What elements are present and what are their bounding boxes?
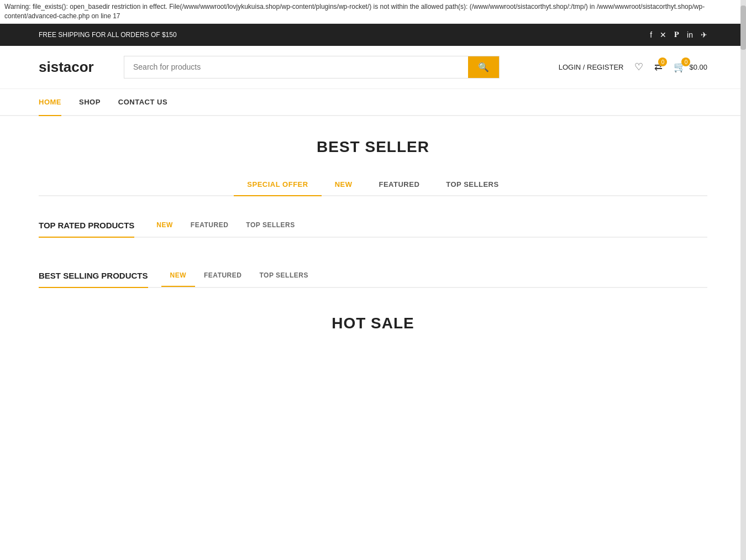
social-icons-group: f ✕ 𝐏 in ✈ <box>650 30 707 39</box>
best-selling-title: BEST SELLING PRODUCTS <box>39 264 148 288</box>
top-rated-title: TOP RATED PRODUCTS <box>39 214 134 238</box>
best-seller-title: BEST SELLER <box>39 138 707 156</box>
wishlist-button[interactable]: ♡ <box>634 61 643 73</box>
scrollbar[interactable] <box>740 0 746 372</box>
best-selling-tab-featured[interactable]: FEATURED <box>195 265 250 287</box>
best-selling-tab-top-sellers[interactable]: TOP SELLERS <box>250 265 317 287</box>
best-selling-section: BEST SELLING PRODUCTS NEW FEATURED TOP S… <box>39 264 707 288</box>
tab-new[interactable]: NEW <box>322 174 366 196</box>
top-rated-tab-top-sellers[interactable]: TOP SELLERS <box>237 214 303 237</box>
facebook-icon[interactable]: f <box>650 30 652 39</box>
top-bar: FREE SHIPPING FOR ALL ORDERS OF $150 f ✕… <box>0 24 746 46</box>
login-register-link[interactable]: LOGIN / REGISTER <box>559 63 624 71</box>
header-actions: LOGIN / REGISTER ♡ ⇄ 0 🛒 0 $0.00 <box>559 61 707 73</box>
pinterest-icon[interactable]: 𝐏 <box>674 30 679 39</box>
tab-featured[interactable]: FEATURED <box>365 174 433 196</box>
warning-text: Warning: file_exists(): open_basedir res… <box>4 3 705 20</box>
nav-shop[interactable]: SHOP <box>79 89 101 116</box>
best-selling-header: BEST SELLING PRODUCTS NEW FEATURED TOP S… <box>39 264 707 288</box>
hot-sale-title: HOT SALE <box>39 315 707 332</box>
heart-icon: ♡ <box>634 61 643 73</box>
logo[interactable]: sistacor <box>39 59 111 76</box>
linkedin-icon[interactable]: in <box>687 30 693 39</box>
main-navigation: HOME SHOP CONTACT US <box>0 89 746 116</box>
warning-bar: Warning: file_exists(): open_basedir res… <box>0 0 746 24</box>
cart-button[interactable]: 🛒 0 $0.00 <box>674 61 707 73</box>
best-selling-tab-new[interactable]: NEW <box>161 265 196 287</box>
cart-icon: 🛒 0 <box>674 61 686 73</box>
tab-special-offer[interactable]: SPECIAL OFFER <box>234 174 321 196</box>
top-rated-header: TOP RATED PRODUCTS NEW FEATURED TOP SELL… <box>39 214 707 238</box>
top-rated-tab-featured[interactable]: FEATURED <box>182 214 237 237</box>
scroll-thumb[interactable] <box>740 6 746 50</box>
search-container: 🔍 <box>124 56 500 78</box>
best-seller-tabs: SPECIAL OFFER NEW FEATURED TOP SELLERS <box>39 174 707 196</box>
compare-badge: 0 <box>658 57 667 66</box>
tab-top-sellers[interactable]: TOP SELLERS <box>433 174 512 196</box>
cart-price: $0.00 <box>689 63 707 71</box>
search-icon: 🔍 <box>478 62 489 72</box>
top-rated-section: TOP RATED PRODUCTS NEW FEATURED TOP SELL… <box>39 214 707 238</box>
twitter-x-icon[interactable]: ✕ <box>660 30 666 39</box>
nav-contact-us[interactable]: CONTACT US <box>118 89 167 116</box>
header: sistacor 🔍 LOGIN / REGISTER ♡ ⇄ 0 🛒 0 $0… <box>0 46 746 89</box>
shipping-text: FREE SHIPPING FOR ALL ORDERS OF $150 <box>39 31 177 39</box>
hot-sale-section: HOT SALE <box>39 315 707 332</box>
nav-home[interactable]: HOME <box>39 89 61 116</box>
telegram-icon[interactable]: ✈ <box>701 30 707 39</box>
best-seller-section: BEST SELLER SPECIAL OFFER NEW FEATURED T… <box>39 138 707 196</box>
search-input[interactable] <box>124 56 468 78</box>
top-rated-tab-new[interactable]: NEW <box>148 214 182 237</box>
compare-button[interactable]: ⇄ 0 <box>654 61 663 73</box>
main-content: BEST SELLER SPECIAL OFFER NEW FEATURED T… <box>0 116 746 372</box>
search-button[interactable]: 🔍 <box>468 56 499 78</box>
